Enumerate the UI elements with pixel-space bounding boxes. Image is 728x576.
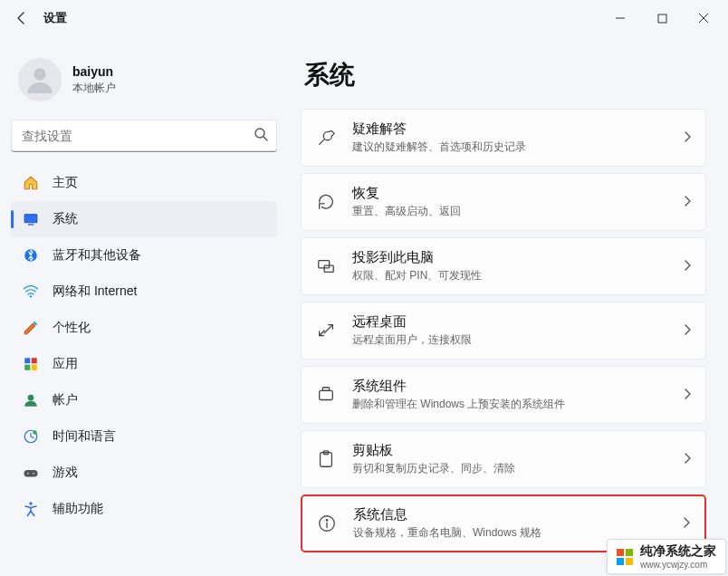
clipboard-icon (314, 447, 338, 471)
maximize-button[interactable] (641, 0, 683, 36)
sidebar-item-accounts[interactable]: 帐户 (11, 382, 277, 418)
card-title: 系统信息 (353, 506, 666, 523)
close-icon (698, 13, 709, 24)
close-button[interactable] (683, 0, 724, 36)
home-icon (22, 174, 40, 192)
profile-section[interactable]: baiyun 本地帐户 (18, 58, 277, 101)
settings-card-components[interactable]: 系统组件 删除和管理在 Windows 上预安装的系统组件 (301, 366, 706, 424)
watermark-title: 纯净系统之家 (640, 543, 716, 560)
sidebar-item-gaming[interactable]: 游戏 (11, 455, 277, 491)
card-subtitle: 重置、高级启动、返回 (352, 204, 667, 219)
project-icon (314, 254, 338, 278)
sidebar-item-label: 主页 (53, 175, 78, 191)
sidebar: baiyun 本地帐户 主页系统蓝牙和其他设备网络和 Internet个性化应用… (0, 36, 290, 576)
settings-card-recovery[interactable]: 恢复 重置、高级启动、返回 (301, 173, 706, 231)
recovery-icon (314, 190, 338, 214)
chevron-right-icon (682, 451, 693, 467)
card-text: 系统信息 设备规格，重命名电脑、Windows 规格 (353, 506, 666, 541)
card-subtitle: 删除和管理在 Windows 上预安装的系统组件 (352, 397, 667, 412)
chevron-right-icon (682, 130, 693, 146)
settings-card-troubleshoot[interactable]: 疑难解答 建议的疑难解答、首选项和历史记录 (301, 109, 706, 167)
time-icon (22, 427, 40, 446)
card-text: 剪贴板 剪切和复制历史记录、同步、清除 (352, 442, 667, 476)
sidebar-item-system[interactable]: 系统 (11, 201, 277, 237)
main-panel: 系统 疑难解答 建议的疑难解答、首选项和历史记录 恢复 重置、高级启动、返回 投… (290, 36, 728, 576)
svg-rect-21 (322, 388, 329, 391)
app-title: 设置 (43, 10, 67, 26)
remote-icon (314, 319, 338, 342)
search-input[interactable] (11, 120, 277, 152)
sidebar-item-label: 辅助功能 (53, 501, 103, 517)
search-wrap (11, 120, 277, 152)
arrow-left-icon (14, 11, 29, 25)
card-title: 疑难解答 (352, 120, 667, 138)
card-text: 系统组件 删除和管理在 Windows 上预安装的系统组件 (352, 378, 667, 412)
sidebar-item-label: 网络和 Internet (53, 283, 137, 300)
card-subtitle: 远程桌面用户，连接权限 (352, 332, 667, 348)
minimize-icon (615, 13, 626, 24)
sidebar-item-label: 时间和语言 (53, 428, 116, 445)
card-subtitle: 剪切和复制历史记录、同步、清除 (352, 461, 667, 476)
chevron-right-icon (682, 194, 693, 210)
sidebar-item-personalization[interactable]: 个性化 (11, 310, 277, 346)
chevron-right-icon (682, 322, 693, 339)
sidebar-item-label: 游戏 (53, 465, 78, 481)
components-icon (314, 383, 338, 407)
svg-point-15 (27, 473, 29, 475)
svg-point-1 (34, 68, 46, 81)
sidebar-item-label: 蓝牙和其他设备 (53, 247, 141, 264)
settings-card-list: 疑难解答 建议的疑难解答、首选项和历史记录 恢复 重置、高级启动、返回 投影到此… (301, 109, 706, 552)
settings-card-remote[interactable]: 远程桌面 远程桌面用户，连接权限 (301, 302, 706, 360)
svg-rect-4 (28, 224, 34, 226)
svg-point-6 (30, 295, 32, 297)
settings-card-project[interactable]: 投影到此电脑 权限、配对 PIN、可发现性 (301, 237, 706, 295)
gaming-icon (22, 464, 40, 482)
window-controls (599, 0, 724, 36)
svg-rect-10 (32, 365, 37, 370)
sidebar-item-time[interactable]: 时间和语言 (11, 418, 277, 455)
svg-rect-3 (24, 215, 37, 223)
svg-point-2 (255, 129, 264, 138)
minimize-button[interactable] (599, 0, 641, 36)
sidebar-item-bluetooth[interactable]: 蓝牙和其他设备 (11, 237, 277, 274)
sidebar-item-label: 帐户 (53, 392, 78, 408)
chevron-right-icon (681, 515, 692, 532)
svg-point-11 (28, 395, 34, 401)
profile-name: baiyun (72, 64, 116, 79)
watermark-url: www.ycwjzy.com (640, 560, 716, 570)
system-icon (22, 210, 40, 228)
bluetooth-icon (22, 246, 40, 264)
sidebar-item-label: 系统 (53, 211, 78, 227)
profile-sub: 本地帐户 (72, 81, 116, 96)
card-title: 剪贴板 (352, 442, 667, 459)
svg-rect-0 (658, 14, 666, 23)
about-icon (315, 512, 339, 535)
search-icon (254, 127, 268, 145)
network-icon (22, 283, 40, 301)
svg-rect-20 (320, 390, 333, 399)
person-icon (24, 63, 56, 96)
chevron-right-icon (682, 258, 693, 274)
card-title: 投影到此电脑 (352, 249, 667, 266)
chevron-right-icon (682, 387, 693, 403)
sidebar-item-accessibility[interactable]: 辅助功能 (11, 491, 277, 518)
sidebar-item-apps[interactable]: 应用 (11, 346, 277, 382)
svg-rect-14 (24, 470, 38, 477)
svg-point-13 (33, 430, 37, 435)
card-subtitle: 建议的疑难解答、首选项和历史记录 (352, 139, 667, 155)
svg-rect-7 (24, 358, 30, 363)
card-text: 远程桌面 远程桌面用户，连接权限 (352, 313, 667, 348)
card-subtitle: 权限、配对 PIN、可发现性 (352, 268, 667, 283)
maximize-icon (657, 14, 667, 24)
back-button[interactable] (4, 0, 40, 36)
nav-list: 主页系统蓝牙和其他设备网络和 Internet个性化应用帐户时间和语言游戏辅助功… (11, 165, 277, 518)
avatar (18, 58, 62, 101)
card-title: 远程桌面 (352, 313, 667, 331)
sidebar-item-network[interactable]: 网络和 Internet (11, 274, 277, 310)
card-title: 恢复 (352, 185, 667, 202)
card-text: 疑难解答 建议的疑难解答、首选项和历史记录 (352, 120, 667, 155)
settings-card-clipboard[interactable]: 剪贴板 剪切和复制历史记录、同步、清除 (301, 430, 706, 488)
sidebar-item-home[interactable]: 主页 (11, 165, 277, 201)
page-title: 系统 (304, 58, 706, 92)
card-text: 恢复 重置、高级启动、返回 (352, 185, 667, 219)
